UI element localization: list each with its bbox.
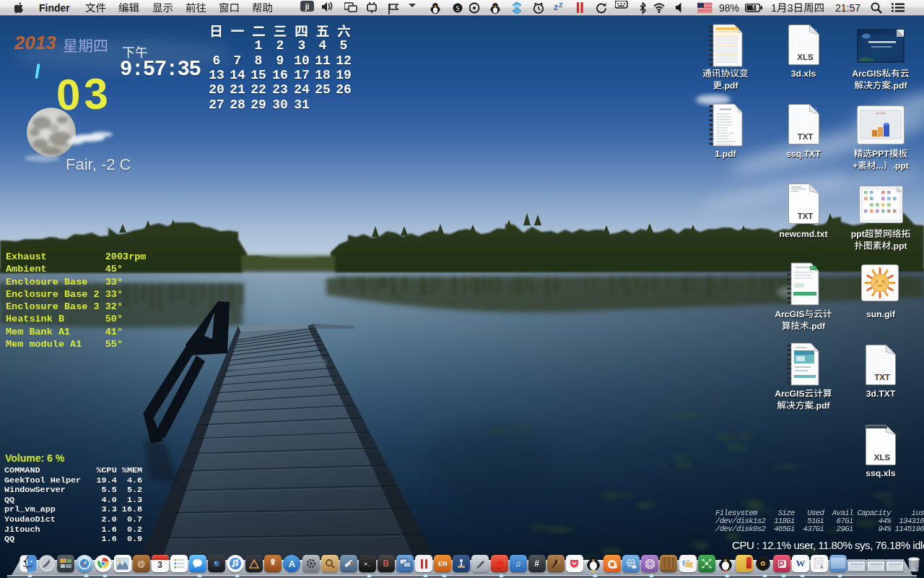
svg-text:XLS: XLS <box>874 453 891 462</box>
svg-text:*** ****: *** **** <box>876 113 886 116</box>
svg-text:z: z <box>554 2 558 12</box>
svg-text:TXT: TXT <box>798 132 814 141</box>
svg-text:ji: ji <box>305 3 310 11</box>
svg-text:S: S <box>456 4 460 12</box>
svg-text:Z: Z <box>559 1 563 9</box>
svg-text:XLS: XLS <box>797 53 814 61</box>
svg-text:♫: ♫ <box>762 561 764 566</box>
svg-text:TXT: TXT <box>874 373 890 381</box>
